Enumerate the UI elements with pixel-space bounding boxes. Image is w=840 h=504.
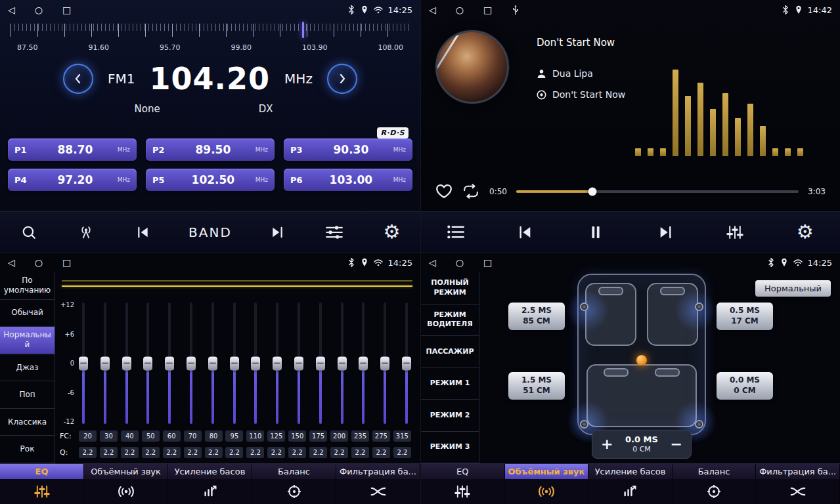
eq-band-slider[interactable] (316, 303, 325, 424)
audio-tab[interactable]: Баланс (673, 464, 757, 479)
eq-band-slider[interactable] (208, 303, 217, 424)
eq-band-slider[interactable] (143, 303, 152, 424)
eq-band-slider[interactable] (338, 303, 347, 424)
rear-left-speaker[interactable] (580, 420, 588, 429)
slider-knob[interactable] (165, 356, 174, 370)
audio-settings-button[interactable] (319, 217, 350, 248)
listening-position-marker[interactable] (636, 355, 647, 366)
eq-preset-item[interactable]: Джаз (0, 354, 55, 382)
audio-tab[interactable]: Объёмный звук (505, 464, 589, 479)
nav-recents-icon[interactable]: □ (483, 258, 492, 267)
front-left-speaker[interactable] (580, 303, 588, 311)
front-right-speaker[interactable] (695, 303, 703, 311)
audio-tab[interactable]: Баланс (252, 464, 336, 479)
delay-rear-right[interactable]: 0.0 MS 0 CM (717, 372, 773, 400)
delay-rear-left[interactable]: 1.5 MS 51 CM (508, 372, 565, 400)
increase-button[interactable]: + (601, 437, 613, 452)
nav-back-icon[interactable]: ◁ (8, 5, 15, 14)
audio-tab[interactable]: Усиление басов (168, 464, 252, 479)
listening-mode-item[interactable]: РЕЖИМ ВОДИТЕЛЯ (421, 304, 479, 337)
seek-bar[interactable] (516, 190, 799, 193)
eq-band-slider[interactable] (100, 303, 110, 424)
playlist-button[interactable] (440, 217, 472, 248)
slider-knob[interactable] (100, 356, 110, 370)
slider-knob[interactable] (294, 356, 303, 370)
eq-band-slider[interactable] (230, 303, 239, 424)
listening-mode-item[interactable]: РЕЖИМ 1 (421, 368, 479, 400)
preset-button[interactable]: P2 89.50 MHz (146, 138, 275, 161)
listening-mode-item[interactable]: РЕЖИМ 2 (421, 400, 479, 432)
nav-back-icon[interactable]: ◁ (429, 258, 436, 267)
eq-band-slider[interactable] (122, 303, 131, 424)
listening-mode-item[interactable]: ПАССАЖИР (421, 336, 479, 368)
preset-button[interactable]: P5 102.50 MHz (146, 169, 275, 191)
slider-knob[interactable] (316, 356, 325, 370)
previous-button[interactable] (510, 217, 541, 248)
rear-right-speaker[interactable] (695, 420, 703, 429)
tune-down-button[interactable] (63, 64, 93, 94)
slider-knob[interactable] (380, 356, 389, 370)
audio-settings-button[interactable] (719, 217, 751, 248)
eq-band-slider[interactable] (402, 303, 411, 424)
nav-home-icon[interactable]: ○ (35, 5, 43, 14)
next-button[interactable] (650, 217, 681, 248)
surround-sound-icon[interactable] (84, 479, 168, 504)
balance-icon[interactable] (673, 479, 757, 504)
eq-band-slider[interactable] (380, 303, 389, 424)
preset-button[interactable]: P1 88.70 MHz (8, 138, 137, 161)
audio-tab[interactable]: EQ (0, 464, 84, 479)
nav-home-icon[interactable]: ○ (35, 258, 43, 267)
nav-recents-icon[interactable]: □ (62, 258, 71, 267)
slider-knob[interactable] (230, 356, 239, 370)
eq-preset-item[interactable]: Поп (0, 381, 55, 409)
listening-mode-item[interactable]: ПОЛНЫЙ РЕЖИМ (421, 272, 479, 304)
search-button[interactable] (13, 217, 45, 248)
nav-recents-icon[interactable]: □ (483, 5, 492, 14)
listening-mode-item[interactable]: РЕЖИМ 3 (421, 432, 479, 464)
eq-icon[interactable] (0, 479, 84, 504)
audio-tab[interactable]: EQ (421, 464, 505, 479)
eq-band-slider[interactable] (165, 303, 174, 424)
surround-sound-icon[interactable] (505, 479, 589, 504)
eq-preset-item[interactable]: По умолчанию (0, 272, 55, 300)
preset-button[interactable]: P4 97.20 MHz (8, 169, 137, 191)
eq-band-slider[interactable] (187, 303, 196, 424)
tune-up-button[interactable] (327, 64, 357, 94)
eq-band-slider[interactable] (251, 303, 260, 424)
slider-knob[interactable] (402, 356, 411, 370)
nav-back-icon[interactable]: ◁ (8, 258, 15, 267)
slider-knob[interactable] (338, 356, 347, 370)
crossover-filter-icon[interactable] (756, 479, 840, 504)
slider-knob[interactable] (273, 356, 282, 370)
slider-knob[interactable] (208, 356, 217, 370)
eq-band-slider[interactable] (273, 303, 282, 424)
preset-button[interactable]: P6 103.00 MHz (284, 169, 412, 191)
pause-button[interactable] (580, 217, 611, 248)
eq-preset-item[interactable]: Классика (0, 409, 55, 436)
crossover-filter-icon[interactable] (336, 479, 420, 504)
preset-button[interactable]: P3 90.30 MHz (284, 138, 412, 161)
eq-preset-item[interactable]: Рок (0, 436, 55, 463)
audio-tab[interactable]: Усиление басов (588, 464, 673, 479)
audio-tab[interactable]: Фильтрация ба... (756, 464, 840, 479)
eq-band-slider[interactable] (294, 303, 303, 424)
bass-boost-icon[interactable] (588, 479, 673, 504)
audio-tab[interactable]: Объёмный звук (84, 464, 168, 479)
frequency-ruler[interactable] (11, 24, 410, 41)
slider-knob[interactable] (143, 356, 152, 370)
favorite-icon[interactable] (435, 184, 453, 199)
slider-knob[interactable] (79, 356, 88, 370)
nav-home-icon[interactable]: ○ (456, 258, 464, 267)
nav-home-icon[interactable]: ○ (456, 5, 464, 14)
audio-tab[interactable]: Фильтрация ба... (336, 464, 420, 479)
slider-knob[interactable] (251, 356, 260, 370)
nav-back-icon[interactable]: ◁ (429, 5, 436, 14)
settings-button[interactable]: ⚙ (376, 217, 407, 248)
eq-band-slider[interactable] (79, 303, 88, 424)
delay-front-right[interactable]: 0.5 MS 17 CM (717, 303, 773, 330)
repeat-icon[interactable] (462, 184, 480, 199)
scan-button[interactable] (70, 217, 102, 248)
decrease-button[interactable]: − (671, 437, 682, 452)
delay-front-left[interactable]: 2.5 MS 85 CM (508, 303, 565, 330)
band-button[interactable]: BAND (185, 217, 236, 248)
